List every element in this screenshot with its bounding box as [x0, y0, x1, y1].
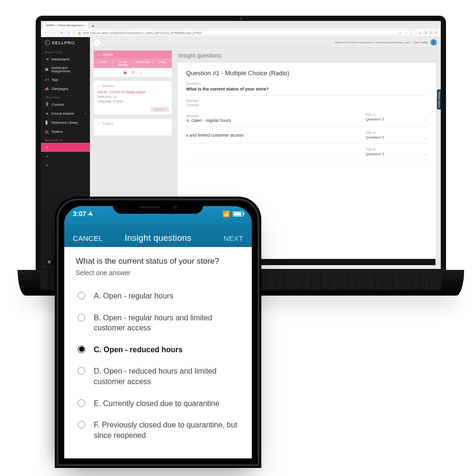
radio-icon [78, 292, 85, 299]
nav-tags[interactable]: 🏷Tags [41, 75, 90, 84]
list-icon: ≡ [45, 154, 49, 159]
chat-icon[interactable]: ▣ [123, 70, 127, 75]
option-d[interactable]: D. Open - reduced hours and limited cust… [76, 360, 240, 392]
phone-inner: 3:07 ➤ 📶 CANCEL Insight questions NEXT W… [57, 198, 259, 466]
option-e[interactable]: E. Currently closed due to quarantine [76, 393, 240, 415]
status-tab[interactable]: In-app Preview [113, 59, 133, 68]
home-button[interactable]: ⌂ [67, 31, 71, 34]
phone-screen: 3:07 ➤ 📶 CANCEL Insight questions NEXT W… [64, 206, 252, 458]
collapse-button[interactable]: ⋮ [94, 39, 100, 46]
back-button[interactable]: ← [44, 31, 49, 34]
nav-research-item[interactable]: ≡ [41, 161, 90, 170]
status-tab[interactable]: Active [153, 59, 172, 68]
nav-campaigns[interactable]: 📣Campaigns [41, 84, 90, 93]
status-tab[interactable]: Draft [94, 59, 113, 68]
list-icon[interactable]: ≡ [140, 70, 142, 75]
reload-button[interactable]: ⟳ [59, 31, 64, 34]
pie-icon: ◔ [45, 57, 49, 61]
new-tab-button[interactable]: + [90, 24, 96, 29]
answer-text[interactable]: s and limited customer access [186, 133, 366, 138]
details-select-wrap: SELECT [94, 107, 172, 115]
details-line3: Language: English [98, 99, 168, 103]
speaker-icon [139, 206, 160, 208]
user-guide-link[interactable]: User Guide [414, 41, 428, 44]
nav-label: Reference Library [51, 121, 78, 124]
nav-courses[interactable]: ≣Courses [41, 100, 90, 109]
option-b[interactable]: B. Open - regular hours and limited cust… [76, 307, 240, 339]
reader-icon[interactable]: ▭ [399, 31, 402, 34]
nav-label: Course Awards [51, 112, 74, 115]
report-issue-tab[interactable]: Report Issue [437, 89, 441, 109]
select-button[interactable]: SELECT [150, 107, 169, 112]
status-tabs: Draft In-app Preview Pending QA Active [94, 59, 172, 68]
topics-body [94, 127, 172, 136]
page-title: Insight questions [178, 50, 436, 63]
status-card: ✓Status Draft In-app Preview Pending QA … [94, 50, 172, 77]
nav-label: Tags [51, 78, 59, 81]
phone-instruction: Select one answer [76, 269, 240, 277]
nav-dashboard-assignments[interactable]: ▦Dashboard Assignments [41, 64, 90, 75]
nav-label: Dashboards [51, 58, 69, 61]
chevron-down-icon: ⌄ [424, 117, 427, 121]
option-a[interactable]: A. Open - regular hours [76, 285, 240, 307]
more-icon[interactable]: ⋯ [405, 31, 407, 34]
skip-label: Skip to [366, 148, 427, 151]
cancel-button[interactable]: CANCEL [73, 234, 103, 242]
section-training: TRAINING [41, 93, 90, 100]
history-icon[interactable]: ↻ [132, 70, 135, 75]
skip-block[interactable]: Skip to Question 3⌄ [366, 148, 427, 156]
answer-row: Skip to Question 3⌄ [186, 144, 427, 160]
nav-course-awards[interactable]: ★Course Awards▾ [41, 109, 90, 118]
skip-block[interactable]: Skip to Question 3⌄ [366, 113, 427, 121]
nav-reference-library[interactable]: ▋Reference Library [41, 118, 90, 127]
check-icon: ✓ [98, 84, 101, 88]
menu-icon[interactable]: ≡ [435, 31, 437, 34]
library-icon[interactable]: ☰ [425, 31, 427, 34]
download-icon[interactable]: ⭳ [419, 31, 422, 34]
nav-dashboards[interactable]: ◔Dashboards [41, 55, 90, 64]
details-head: ✓Details [94, 81, 172, 89]
brand[interactable]: SELLPRO [41, 37, 90, 48]
browser-tab[interactable]: SellPro | Online Management × [43, 22, 88, 29]
tab-title: SellPro | Online Management × [46, 24, 85, 27]
brand-text: SELLPRO [52, 40, 75, 45]
label-question: Question [186, 81, 427, 86]
skip-value: Question 3 [366, 117, 384, 121]
start-button[interactable]: ⊞ [46, 259, 52, 265]
skip-label: Skip to [366, 113, 427, 116]
bookmark-icon[interactable]: ☆ [410, 31, 413, 34]
brand-icon [45, 40, 50, 45]
topics-card: ✓Topics [94, 119, 172, 136]
section-research: RESEARCH [41, 136, 90, 143]
next-button[interactable]: NEXT [224, 234, 243, 242]
book-icon: ▋ [45, 120, 49, 125]
address-bar[interactable]: 🔒 https://secure.sellpro.net/admin/surve… [74, 30, 416, 35]
list-icon: ≣ [45, 102, 49, 107]
nav-toolbox[interactable]: 💼Toolbox [41, 127, 90, 136]
nav-research-active[interactable]: ≡ [41, 143, 90, 152]
chevron-down-icon: ▾ [85, 112, 86, 115]
location-icon: ➤ [86, 209, 95, 218]
details-line2: SellPoints: 10 [98, 95, 168, 99]
option-c[interactable]: C. Open - reduced hours [76, 339, 240, 361]
url-text: https://secure.sellpro.net/admin/survey/… [83, 31, 202, 34]
details-card: ✓Details 8/4/20 - COVID-19 Retail Impact… [94, 81, 172, 115]
grid-icon: ▦ [45, 68, 49, 72]
answer-text[interactable]: A. Open - regular hours [186, 118, 366, 123]
skip-block[interactable]: Skip to Question 3⌄ [366, 131, 427, 139]
extensions-icon[interactable]: ☷ [430, 31, 432, 34]
nav-research-item[interactable]: ≡ [41, 152, 90, 161]
status-title: Status [102, 52, 113, 57]
battery-icon [233, 211, 243, 217]
list-icon: ≡ [45, 145, 49, 149]
topics-head: ✓Topics [94, 119, 172, 127]
option-f[interactable]: F. Previously closed due to quarantine, … [76, 414, 240, 446]
forward-button[interactable]: → [51, 31, 56, 34]
check-icon: ✓ [98, 52, 101, 57]
option-text: C. Open - reduced hours [94, 345, 183, 355]
user-avatar[interactable]: 👤 [430, 39, 437, 46]
option-text: F. Previously closed due to quarantine, … [94, 420, 238, 440]
option-text: E. Currently closed due to quarantine [94, 398, 219, 409]
status-tab[interactable]: Pending QA [133, 59, 153, 68]
front-camera-icon [173, 205, 177, 209]
